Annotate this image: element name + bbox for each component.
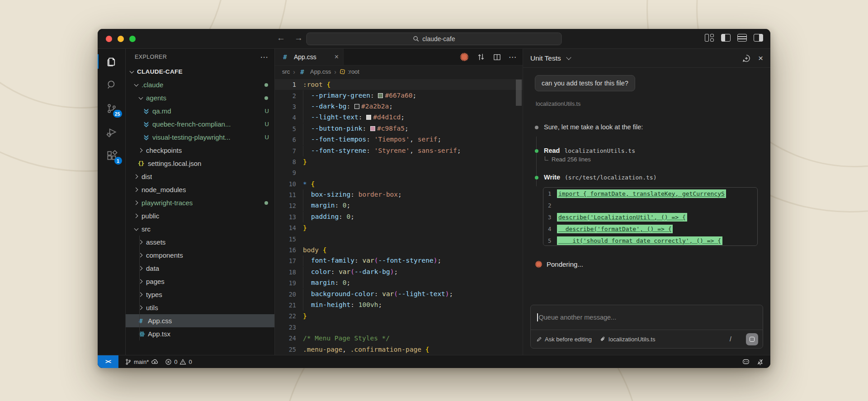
editor-more-actions-icon[interactable]: ⋯ bbox=[509, 52, 516, 62]
close-panel-icon[interactable]: × bbox=[758, 53, 763, 63]
code-line[interactable]: 10* { bbox=[275, 179, 523, 189]
notifications-muted-icon[interactable] bbox=[756, 358, 764, 366]
tree-item-src[interactable]: src bbox=[126, 222, 274, 236]
stop-button[interactable] bbox=[746, 333, 758, 345]
tree-item-checkpoints[interactable]: checkpoints bbox=[126, 144, 274, 157]
editor-scrollbar[interactable] bbox=[516, 80, 522, 106]
breadcrumb-src[interactable]: src bbox=[282, 68, 290, 75]
tree-item-label: quebec-french-complian... bbox=[152, 120, 231, 128]
code-line[interactable]: 8} bbox=[275, 156, 523, 167]
copilot-icon[interactable] bbox=[742, 358, 750, 366]
tree-item-types[interactable]: types bbox=[126, 288, 274, 301]
tree-item-components[interactable]: components bbox=[126, 249, 274, 262]
code-line[interactable]: 16body { bbox=[275, 245, 523, 255]
navigate-back-button[interactable]: ← bbox=[277, 33, 285, 43]
code-line[interactable]: 4--light-text: #d4d1cd; bbox=[275, 112, 523, 123]
code-line[interactable]: 14} bbox=[275, 222, 523, 233]
code-line[interactable]: 15 bbox=[275, 233, 523, 244]
assistant-message: Sure, let me take a look at the file: bbox=[535, 123, 759, 131]
maximize-window-button[interactable] bbox=[129, 36, 136, 42]
problems-item[interactable]: 0 0 bbox=[165, 359, 192, 365]
code-line[interactable]: 25.menu-page, .confirmation-page { bbox=[275, 344, 523, 354]
chat-title-dropdown-icon[interactable] bbox=[566, 55, 572, 61]
code-line[interactable]: 20background-color: var(--light-text); bbox=[275, 288, 523, 299]
tree-item-claude-cafe[interactable]: CLAUDE-CAFE bbox=[126, 65, 274, 78]
customize-layout-button[interactable] bbox=[705, 34, 714, 42]
code-line[interactable]: 1:root { bbox=[275, 79, 523, 90]
tree-item-dist[interactable]: dist bbox=[126, 170, 274, 183]
tree-item-agents[interactable]: agents bbox=[126, 91, 274, 104]
code-line-content: --font-tiempos: 'Tiempos', serif; bbox=[296, 134, 441, 145]
code-line[interactable]: 6--font-tiempos: 'Tiempos', serif; bbox=[275, 134, 523, 145]
tree-item-pages[interactable]: pages bbox=[126, 275, 274, 288]
toggle-panel-button[interactable] bbox=[737, 34, 747, 42]
toggle-secondary-sidebar-button[interactable] bbox=[754, 34, 763, 42]
code-line[interactable]: 17font-family: var(--font-styrene); bbox=[275, 255, 523, 266]
tree-item-data[interactable]: data bbox=[126, 262, 274, 275]
code-line[interactable]: 22} bbox=[275, 311, 523, 321]
breadcrumb-symbol[interactable]: :root bbox=[340, 68, 359, 75]
code-line[interactable]: 5--button-pink: #c98fa5; bbox=[275, 123, 523, 134]
tool-success-bullet bbox=[535, 149, 538, 153]
claude-starburst-icon[interactable] bbox=[459, 52, 469, 62]
minimize-window-button[interactable] bbox=[118, 36, 124, 42]
close-tab-icon[interactable]: × bbox=[335, 53, 339, 61]
tree-item-app-css[interactable]: #App.css bbox=[126, 314, 274, 327]
code-editor[interactable]: 1:root {2--primary-green: #667a60;3--dar… bbox=[275, 78, 523, 355]
activity-source-control[interactable]: 25 bbox=[98, 97, 126, 120]
code-line[interactable]: 2--primary-green: #667a60; bbox=[275, 90, 523, 101]
split-editor-icon[interactable] bbox=[493, 53, 501, 61]
diff-code-block[interactable]: 1import { formatDate, translateKey, getC… bbox=[543, 187, 758, 246]
close-window-button[interactable] bbox=[106, 36, 112, 42]
edit-mode-selector[interactable]: Ask before editing bbox=[536, 336, 592, 343]
tree-item-app-tsx[interactable]: App.tsx bbox=[126, 327, 274, 340]
new-chat-icon[interactable] bbox=[742, 54, 751, 63]
tree-item-utils[interactable]: utils bbox=[126, 301, 274, 314]
code-line[interactable]: 7--font-styrene: 'Styrene', sans-serif; bbox=[275, 145, 523, 156]
remote-indicator[interactable]: >< bbox=[98, 355, 118, 368]
code-line[interactable]: 11box-sizing: border-box; bbox=[275, 189, 523, 200]
tool-call-write[interactable]: Write(src/test/localization.ts) bbox=[535, 174, 759, 181]
activity-search[interactable] bbox=[98, 73, 126, 97]
code-line[interactable]: 3--dark-bg: #2a2b2a; bbox=[275, 101, 523, 112]
code-line-content: --font-styrene: 'Styrene', sans-serif; bbox=[296, 146, 461, 156]
editor-group: # App.css × ⋯ src › #App.css › :ro bbox=[275, 49, 523, 355]
tree-item-settings-local-json[interactable]: {}settings.local.json bbox=[126, 157, 274, 170]
tab-app-css[interactable]: # App.css × bbox=[275, 49, 344, 65]
code-line[interactable]: 9 bbox=[275, 167, 523, 178]
code-line[interactable]: 13padding: 0; bbox=[275, 212, 523, 222]
tree-item-quebec-french-complian-[interactable]: quebec-french-complian...U bbox=[126, 118, 274, 131]
breadcrumb-file[interactable]: #App.css bbox=[298, 68, 331, 75]
code-line[interactable]: 21min-height: 100vh; bbox=[275, 300, 523, 311]
color-swatch[interactable] bbox=[354, 104, 359, 109]
color-swatch[interactable] bbox=[366, 115, 371, 120]
attached-file-chip[interactable]: localizationUtils.ts bbox=[600, 336, 655, 343]
code-line[interactable]: 18color: var(--dark-bg); bbox=[275, 267, 523, 278]
chat-input-box[interactable]: Queue another message... Ask before edit… bbox=[530, 305, 763, 349]
tree-item-playwright-traces[interactable]: playwright-traces bbox=[126, 196, 274, 209]
tool-call-read[interactable]: ReadlocalizationUtils.ts bbox=[535, 147, 759, 154]
git-branch-item[interactable]: main* bbox=[125, 358, 159, 366]
tree-item-qa-md[interactable]: qa.mdU bbox=[126, 104, 274, 118]
tree-item-assets[interactable]: assets bbox=[126, 236, 274, 249]
activity-extensions[interactable]: 1 bbox=[98, 144, 126, 167]
color-swatch[interactable] bbox=[370, 126, 375, 131]
explorer-more-actions-icon[interactable]: ⋯ bbox=[260, 52, 268, 62]
code-line[interactable]: 19margin: 0; bbox=[275, 278, 523, 288]
code-line[interactable]: 23 bbox=[275, 322, 523, 333]
command-center-search[interactable]: claude-cafe bbox=[307, 33, 562, 45]
tree-item-node-modules[interactable]: node_modules bbox=[126, 183, 274, 196]
color-swatch[interactable] bbox=[378, 93, 383, 98]
activity-run-debug[interactable] bbox=[98, 120, 126, 144]
toggle-primary-sidebar-button[interactable] bbox=[721, 34, 731, 42]
tree-item-public[interactable]: public bbox=[126, 209, 274, 222]
activity-explorer[interactable] bbox=[98, 50, 126, 73]
slash-command-hint[interactable]: / bbox=[730, 335, 738, 343]
run-debug-icon bbox=[106, 126, 118, 138]
tree-item-visual-testing-playwright-[interactable]: visual-testing-playwright...U bbox=[126, 131, 274, 144]
compare-changes-icon[interactable] bbox=[476, 52, 486, 61]
tree-item--claude[interactable]: .claude bbox=[126, 78, 274, 91]
code-line[interactable]: 12margin: 0; bbox=[275, 200, 523, 211]
code-line[interactable]: 24/* Menu Page Styles */ bbox=[275, 333, 523, 344]
navigate-forward-button[interactable]: → bbox=[294, 33, 303, 43]
